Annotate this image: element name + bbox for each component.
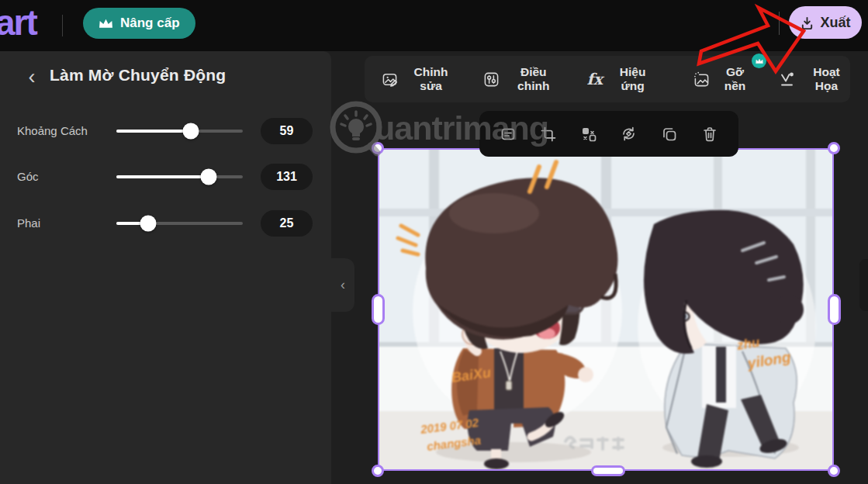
edit-tool-label: Chỉnh sửa xyxy=(404,65,458,93)
slider-label: Khoảng Cách xyxy=(17,124,88,137)
slider-value: 25 xyxy=(261,210,313,237)
right-panel-tab[interactable] xyxy=(859,259,868,311)
upgrade-button[interactable]: Nâng cấp xyxy=(83,8,195,39)
rotate-icon[interactable] xyxy=(620,125,638,143)
slider-fill xyxy=(116,130,191,133)
replace-icon[interactable] xyxy=(580,126,597,143)
slider-fill xyxy=(116,175,209,178)
selection-handle-left[interactable] xyxy=(372,294,385,325)
app-logo: art xyxy=(0,2,36,43)
edit-toolbar: Chỉnh sửa Điều chỉnh fx Hiệu ứng xyxy=(365,56,850,102)
fade-slider[interactable] xyxy=(116,222,243,225)
layers-icon[interactable] xyxy=(500,126,517,143)
download-icon xyxy=(800,16,814,30)
selection-handle-top-left[interactable] xyxy=(372,142,384,154)
effects-tool-button[interactable]: fx Hiệu ứng xyxy=(586,65,656,93)
selection-handle-bottom-left[interactable] xyxy=(372,465,384,477)
adjust-tool-button[interactable]: Điều chỉnh xyxy=(483,65,561,93)
animate-icon xyxy=(780,72,797,87)
canvas-image[interactable]: BaiXu zhu yilong 2019 07 02 changsha xyxy=(378,148,834,471)
crop-icon[interactable] xyxy=(540,126,557,143)
export-label: Xuất xyxy=(820,15,850,31)
edit-tool-button[interactable]: Chỉnh sửa xyxy=(382,65,458,93)
slider-thumb[interactable] xyxy=(183,123,199,140)
trash-icon[interactable] xyxy=(701,126,718,143)
effect-settings-panel: ‹ Làm Mờ Chuyển Động Khoảng Cách 59 Góc … xyxy=(0,51,331,484)
slider-thumb[interactable] xyxy=(140,216,156,232)
edit-photo-icon xyxy=(382,71,398,88)
panel-title: Làm Mờ Chuyển Động xyxy=(50,66,226,85)
topbar: art Nâng cấp Xuất xyxy=(0,0,868,51)
selection-handle-top-right[interactable] xyxy=(828,142,840,154)
animate-tool-label: Hoạt Họa xyxy=(803,65,850,93)
slider-label: Phai xyxy=(17,216,40,230)
topbar-divider-right xyxy=(779,12,780,35)
slider-thumb[interactable] xyxy=(200,169,216,185)
duplicate-icon[interactable] xyxy=(661,126,678,143)
selection-handle-bottom[interactable] xyxy=(591,465,625,476)
remove-bg-icon xyxy=(693,71,710,88)
remove-bg-label: Gỡ nền xyxy=(716,65,754,93)
slider-label: Góc xyxy=(17,170,39,183)
export-button[interactable]: Xuất xyxy=(789,6,862,39)
object-toolbar xyxy=(479,111,738,157)
adjust-icon xyxy=(483,71,500,88)
slider-value: 59 xyxy=(261,118,313,144)
selection-handle-bottom-right[interactable] xyxy=(828,465,840,477)
chevron-left-icon: ‹ xyxy=(29,65,36,88)
distance-slider[interactable] xyxy=(116,130,243,133)
slider-row-fade: Phai 25 xyxy=(0,210,331,237)
premium-badge xyxy=(752,54,766,68)
topbar-divider xyxy=(62,15,63,36)
back-button[interactable]: ‹ xyxy=(22,65,42,88)
angle-slider[interactable] xyxy=(116,175,243,178)
chevron-left-icon: ‹ xyxy=(341,277,345,293)
panel-collapse-tab[interactable]: ‹ xyxy=(331,258,354,312)
adjust-tool-label: Điều chỉnh xyxy=(506,65,561,93)
selection-handle-right[interactable] xyxy=(828,294,841,325)
slider-row-distance: Khoảng Cách 59 xyxy=(0,118,331,144)
remove-background-button[interactable]: Gỡ nền xyxy=(693,65,754,93)
photo-editor-app: art Nâng cấp Xuất ‹ Làm Mờ Chuyển Động K… xyxy=(0,0,868,484)
fx-icon: fx xyxy=(586,70,603,88)
effects-tool-label: Hiệu ứng xyxy=(609,65,656,93)
slider-row-angle: Góc 131 xyxy=(0,164,331,190)
upgrade-label: Nâng cấp xyxy=(120,16,180,31)
slider-value: 131 xyxy=(261,164,313,190)
animate-tool-button[interactable]: Hoạt Họa xyxy=(780,65,850,93)
crown-icon xyxy=(99,18,113,29)
